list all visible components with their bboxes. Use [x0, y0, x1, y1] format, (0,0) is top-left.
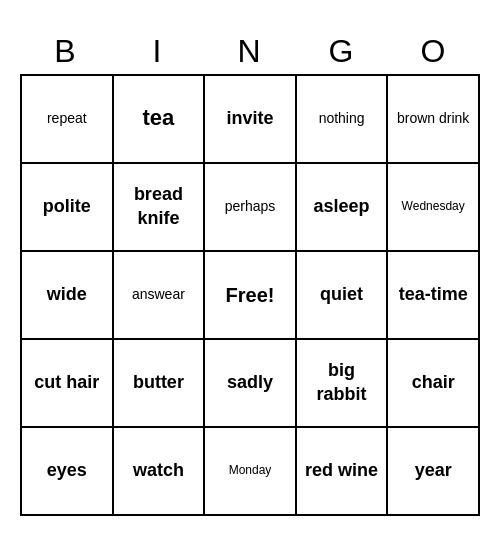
- header-letter-N: N: [204, 29, 296, 74]
- bingo-cell-12: Free!: [205, 252, 297, 340]
- bingo-cell-13: quiet: [297, 252, 389, 340]
- bingo-grid: repeatteainvitenothingbrown drinkpoliteb…: [20, 74, 480, 516]
- header-letter-G: G: [296, 29, 388, 74]
- bingo-cell-14: tea-time: [388, 252, 480, 340]
- bingo-cell-10: wide: [22, 252, 114, 340]
- bingo-header: BINGO: [20, 29, 480, 74]
- bingo-cell-9: Wednesday: [388, 164, 480, 252]
- bingo-cell-7: perhaps: [205, 164, 297, 252]
- header-letter-O: O: [388, 29, 480, 74]
- bingo-cell-1: tea: [114, 76, 206, 164]
- bingo-cell-23: red wine: [297, 428, 389, 516]
- bingo-cell-21: watch: [114, 428, 206, 516]
- bingo-cell-18: big rabbit: [297, 340, 389, 428]
- bingo-cell-15: cut hair: [22, 340, 114, 428]
- bingo-cell-8: asleep: [297, 164, 389, 252]
- bingo-cell-11: answear: [114, 252, 206, 340]
- header-letter-B: B: [20, 29, 112, 74]
- bingo-cell-2: invite: [205, 76, 297, 164]
- bingo-cell-6: bread knife: [114, 164, 206, 252]
- bingo-cell-19: chair: [388, 340, 480, 428]
- bingo-cell-16: butter: [114, 340, 206, 428]
- bingo-card: BINGO repeatteainvitenothingbrown drinkp…: [20, 29, 480, 516]
- bingo-cell-0: repeat: [22, 76, 114, 164]
- bingo-cell-4: brown drink: [388, 76, 480, 164]
- bingo-cell-3: nothing: [297, 76, 389, 164]
- bingo-cell-22: Monday: [205, 428, 297, 516]
- bingo-cell-17: sadly: [205, 340, 297, 428]
- bingo-cell-5: polite: [22, 164, 114, 252]
- bingo-cell-24: year: [388, 428, 480, 516]
- bingo-cell-20: eyes: [22, 428, 114, 516]
- header-letter-I: I: [112, 29, 204, 74]
